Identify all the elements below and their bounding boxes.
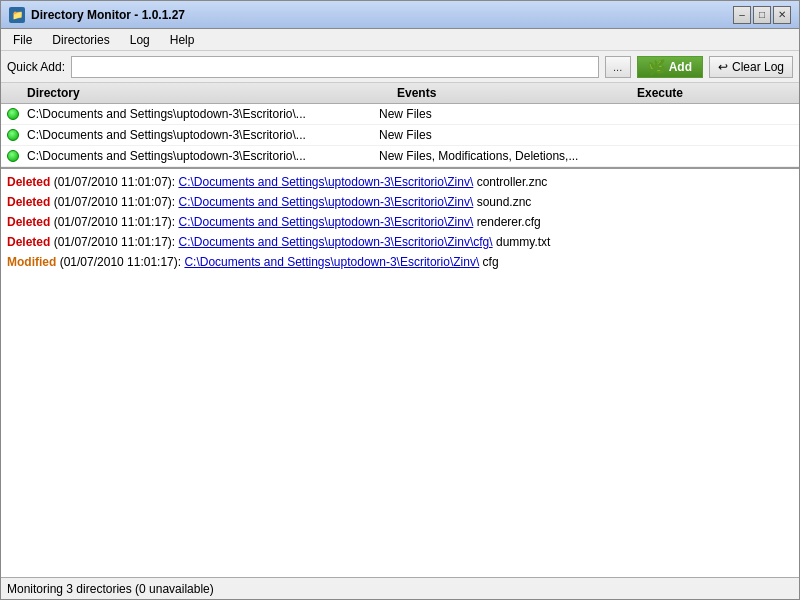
- clear-log-label: Clear Log: [732, 60, 784, 74]
- log-timestamp: (01/07/2010 11:01:17):: [54, 235, 179, 249]
- main-window: 📁 Directory Monitor - 1.0.1.27 – □ ✕ Fil…: [0, 0, 800, 600]
- title-bar-left: 📁 Directory Monitor - 1.0.1.27: [9, 7, 185, 23]
- log-action: Modified: [7, 255, 56, 269]
- col-header-execute: Execute: [631, 86, 799, 100]
- menu-directories[interactable]: Directories: [44, 31, 117, 48]
- log-entry: Deleted (01/07/2010 11:01:17): C:\Docume…: [7, 233, 793, 251]
- row-directory: C:\Documents and Settings\uptodown-3\Esc…: [23, 107, 373, 121]
- toolbar: Quick Add: ... 🌿 Add ↩ Clear Log: [1, 51, 799, 83]
- quick-add-input[interactable]: [71, 56, 599, 78]
- log-action: Deleted: [7, 235, 50, 249]
- log-entry: Modified (01/07/2010 11:01:17): C:\Docum…: [7, 253, 793, 271]
- row-status-icon: [5, 148, 21, 164]
- green-indicator: [7, 108, 19, 120]
- table-row[interactable]: C:\Documents and Settings\uptodown-3\Esc…: [1, 146, 799, 167]
- log-area: Deleted (01/07/2010 11:01:07): C:\Docume…: [1, 169, 799, 577]
- log-filename: sound.znc: [477, 195, 532, 209]
- menu-file[interactable]: File: [5, 31, 40, 48]
- title-bar-controls: – □ ✕: [733, 6, 791, 24]
- row-status-icon: [5, 106, 21, 122]
- maximize-button[interactable]: □: [753, 6, 771, 24]
- col-header-directory: Directory: [21, 86, 391, 100]
- window-title: Directory Monitor - 1.0.1.27: [31, 8, 185, 22]
- row-directory: C:\Documents and Settings\uptodown-3\Esc…: [23, 128, 373, 142]
- table-row[interactable]: C:\Documents and Settings\uptodown-3\Esc…: [1, 104, 799, 125]
- green-indicator: [7, 129, 19, 141]
- table-header: Directory Events Execute: [1, 83, 799, 104]
- log-entry: Deleted (01/07/2010 11:01:07): C:\Docume…: [7, 173, 793, 191]
- green-indicator: [7, 150, 19, 162]
- row-events: New Files, Modifications, Deletions,...: [373, 149, 613, 163]
- add-button-label: Add: [669, 60, 692, 74]
- log-timestamp: (01/07/2010 11:01:07):: [54, 195, 179, 209]
- row-status-icon: [5, 127, 21, 143]
- directory-table: Directory Events Execute C:\Documents an…: [1, 83, 799, 169]
- close-button[interactable]: ✕: [773, 6, 791, 24]
- minimize-button[interactable]: –: [733, 6, 751, 24]
- log-action: Deleted: [7, 215, 50, 229]
- add-button[interactable]: 🌿 Add: [637, 56, 703, 78]
- log-path-link[interactable]: C:\Documents and Settings\uptodown-3\Esc…: [184, 255, 479, 269]
- title-bar: 📁 Directory Monitor - 1.0.1.27 – □ ✕: [1, 1, 799, 29]
- log-timestamp: (01/07/2010 11:01:17):: [60, 255, 185, 269]
- log-entry: Deleted (01/07/2010 11:01:07): C:\Docume…: [7, 193, 793, 211]
- log-path-link[interactable]: C:\Documents and Settings\uptodown-3\Esc…: [178, 235, 492, 249]
- row-directory: C:\Documents and Settings\uptodown-3\Esc…: [23, 149, 373, 163]
- menu-help[interactable]: Help: [162, 31, 203, 48]
- log-entry: Deleted (01/07/2010 11:01:17): C:\Docume…: [7, 213, 793, 231]
- quick-add-label: Quick Add:: [7, 60, 65, 74]
- log-filename: controller.znc: [477, 175, 548, 189]
- table-row[interactable]: C:\Documents and Settings\uptodown-3\Esc…: [1, 125, 799, 146]
- add-icon: 🌿: [648, 59, 665, 75]
- clear-log-button[interactable]: ↩ Clear Log: [709, 56, 793, 78]
- log-action: Deleted: [7, 175, 50, 189]
- app-icon: 📁: [9, 7, 25, 23]
- menu-log[interactable]: Log: [122, 31, 158, 48]
- row-events: New Files: [373, 128, 613, 142]
- log-timestamp: (01/07/2010 11:01:17):: [54, 215, 179, 229]
- log-filename: renderer.cfg: [477, 215, 541, 229]
- col-header-events: Events: [391, 86, 631, 100]
- log-path-link[interactable]: C:\Documents and Settings\uptodown-3\Esc…: [178, 215, 473, 229]
- clear-log-icon: ↩: [718, 60, 728, 74]
- log-filename: cfg: [483, 255, 499, 269]
- status-text: Monitoring 3 directories (0 unavailable): [7, 582, 214, 596]
- log-path-link[interactable]: C:\Documents and Settings\uptodown-3\Esc…: [178, 175, 473, 189]
- log-timestamp: (01/07/2010 11:01:07):: [54, 175, 179, 189]
- log-filename: dummy.txt: [496, 235, 550, 249]
- status-bar: Monitoring 3 directories (0 unavailable): [1, 577, 799, 599]
- log-path-link[interactable]: C:\Documents and Settings\uptodown-3\Esc…: [178, 195, 473, 209]
- row-events: New Files: [373, 107, 613, 121]
- browse-button[interactable]: ...: [605, 56, 631, 78]
- menu-bar: File Directories Log Help: [1, 29, 799, 51]
- log-action: Deleted: [7, 195, 50, 209]
- main-content: Directory Events Execute C:\Documents an…: [1, 83, 799, 577]
